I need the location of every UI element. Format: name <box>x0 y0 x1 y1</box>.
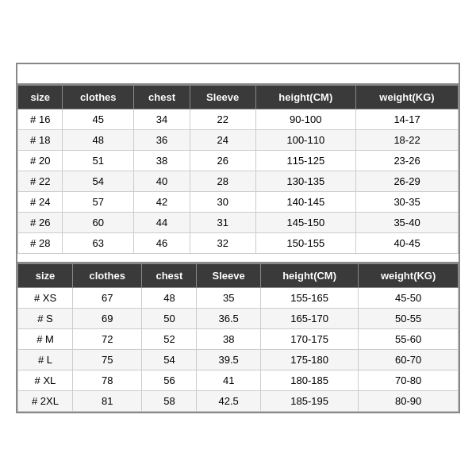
table-row: # S695036.5165-17050-55 <box>18 309 459 329</box>
table-row: # 22544028130-13526-29 <box>18 171 459 192</box>
column-header: size <box>18 86 63 109</box>
chart-title <box>17 64 459 83</box>
table2-header: sizeclotheschestSleeveheight(CM)weight(K… <box>18 264 459 288</box>
table-cell: 30 <box>190 192 255 213</box>
table-cell: 48 <box>63 130 134 151</box>
table2-body: # XS674835155-16545-50# S695036.5165-170… <box>18 288 459 412</box>
column-header: Sleeve <box>190 86 255 109</box>
table-row: # M725238170-17555-60 <box>18 329 459 350</box>
column-header: clothes <box>72 264 141 288</box>
table-cell: # 22 <box>18 171 63 192</box>
table-cell: 50-55 <box>359 309 459 329</box>
table-cell: 26-29 <box>356 171 459 192</box>
table-cell: # L <box>18 350 73 370</box>
table-cell: 23-26 <box>356 151 459 171</box>
table-cell: # 18 <box>18 130 63 151</box>
column-header: chest <box>134 86 190 109</box>
table-row: # XL785641180-18570-80 <box>18 370 459 391</box>
table-cell: 14-17 <box>356 109 459 130</box>
table-cell: 40 <box>134 171 190 192</box>
table-cell: 54 <box>63 171 134 192</box>
table-spacer <box>17 254 459 262</box>
table-cell: 67 <box>72 288 141 309</box>
column-header: weight(KG) <box>356 86 459 109</box>
table-cell: 60-70 <box>359 350 459 370</box>
table-cell: # 16 <box>18 109 63 130</box>
table-cell: # XS <box>18 288 73 309</box>
table-cell: # XL <box>18 370 73 391</box>
table-cell: # 26 <box>18 213 63 233</box>
table-cell: 45-50 <box>359 288 459 309</box>
table-cell: 80-90 <box>359 391 459 412</box>
table-cell: 56 <box>142 370 197 391</box>
table-cell: # 2XL <box>18 391 73 412</box>
table-cell: 100-110 <box>255 130 356 151</box>
table-cell: 44 <box>134 213 190 233</box>
table-cell: 165-170 <box>260 309 358 329</box>
table-cell: 185-195 <box>260 391 358 412</box>
table-cell: 69 <box>72 309 141 329</box>
table-cell: 38 <box>134 151 190 171</box>
table-row: # 1645342290-10014-17 <box>18 109 459 130</box>
table-cell: 170-175 <box>260 329 358 350</box>
table-cell: 40-45 <box>356 233 459 254</box>
table1-header: sizeclotheschestSleeveheight(CM)weight(K… <box>18 86 459 109</box>
table-cell: 36 <box>134 130 190 151</box>
column-header: Sleeve <box>197 264 261 288</box>
column-header: chest <box>142 264 197 288</box>
table-cell: 35 <box>197 288 261 309</box>
table-row: # 24574230140-14530-35 <box>18 192 459 213</box>
table-cell: 18-22 <box>356 130 459 151</box>
table-cell: 54 <box>142 350 197 370</box>
column-header: height(CM) <box>255 86 356 109</box>
table1-wrapper: sizeclotheschestSleeveheight(CM)weight(K… <box>17 83 459 254</box>
table-cell: 140-145 <box>255 192 356 213</box>
table2-header-row: sizeclotheschestSleeveheight(CM)weight(K… <box>18 264 459 288</box>
table-cell: # S <box>18 309 73 329</box>
table-cell: # 28 <box>18 233 63 254</box>
table-row: # L755439.5175-18060-70 <box>18 350 459 370</box>
table-cell: 55-60 <box>359 329 459 350</box>
table-cell: 145-150 <box>255 213 356 233</box>
table-cell: 48 <box>142 288 197 309</box>
table-cell: 30-35 <box>356 192 459 213</box>
table-cell: # 20 <box>18 151 63 171</box>
column-header: weight(KG) <box>359 264 459 288</box>
table-cell: 60 <box>63 213 134 233</box>
table-cell: 50 <box>142 309 197 329</box>
table-cell: 35-40 <box>356 213 459 233</box>
table-cell: 150-155 <box>255 233 356 254</box>
column-header: clothes <box>63 86 134 109</box>
table-cell: # M <box>18 329 73 350</box>
table-cell: 180-185 <box>260 370 358 391</box>
table-cell: 28 <box>190 171 255 192</box>
table-cell: 34 <box>134 109 190 130</box>
column-header: height(CM) <box>260 264 358 288</box>
table-cell: 115-125 <box>255 151 356 171</box>
table-cell: 42.5 <box>197 391 261 412</box>
table-cell: 81 <box>72 391 141 412</box>
table-cell: 130-135 <box>255 171 356 192</box>
table-cell: 51 <box>63 151 134 171</box>
table-cell: 63 <box>63 233 134 254</box>
table-cell: # 24 <box>18 192 63 213</box>
table-cell: 22 <box>190 109 255 130</box>
table-cell: 38 <box>197 329 261 350</box>
table-cell: 32 <box>190 233 255 254</box>
table2: sizeclotheschestSleeveheight(CM)weight(K… <box>17 263 459 412</box>
table-cell: 90-100 <box>255 109 356 130</box>
table2-wrapper: sizeclotheschestSleeveheight(CM)weight(K… <box>17 262 459 412</box>
table1-header-row: sizeclotheschestSleeveheight(CM)weight(K… <box>18 86 459 109</box>
table-cell: 31 <box>190 213 255 233</box>
size-chart-container: sizeclotheschestSleeveheight(CM)weight(K… <box>16 63 460 413</box>
table-cell: 26 <box>190 151 255 171</box>
table-cell: 36.5 <box>197 309 261 329</box>
table-cell: 24 <box>190 130 255 151</box>
table-cell: 58 <box>142 391 197 412</box>
table-cell: 78 <box>72 370 141 391</box>
table-cell: 57 <box>63 192 134 213</box>
table-cell: 52 <box>142 329 197 350</box>
table-row: # 26604431145-15035-40 <box>18 213 459 233</box>
table-row: # 18483624100-11018-22 <box>18 130 459 151</box>
table-row: # XS674835155-16545-50 <box>18 288 459 309</box>
